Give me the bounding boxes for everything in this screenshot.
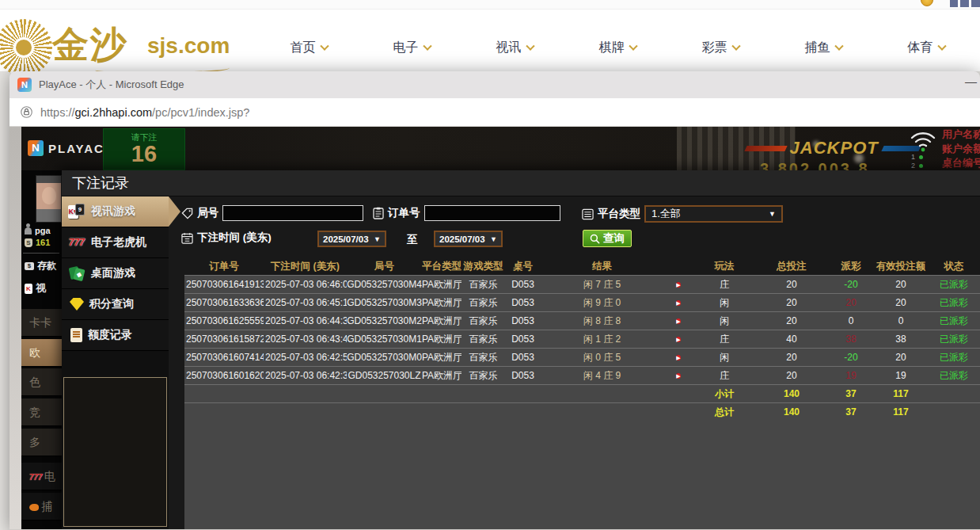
nav-item-cards[interactable]: 棋牌 <box>566 40 669 56</box>
site-header: 金沙 sjs.com 首页 电子 视讯 棋牌 彩票 捕鱼 体育 <box>0 0 980 71</box>
table-row: 2507030616336362025-07-03 06:45:18GD0532… <box>184 293 980 311</box>
play-icon[interactable]: ▶ <box>676 337 680 342</box>
topbar-link-fragment <box>950 0 980 7</box>
calendar-icon <box>181 232 193 244</box>
total-row: 总计14037117 <box>184 402 980 421</box>
window-title: PlayAce - 个人 - Microsoft Edge <box>39 78 184 92</box>
subtotal-row: 小计14037117 <box>184 384 980 402</box>
modal-header: 下注记录 <box>62 170 980 196</box>
date-from-value: 2025/07/03 <box>323 234 369 244</box>
site-logo[interactable]: 金沙 <box>52 21 128 70</box>
sidebar-item-jing[interactable]: 竞 <box>21 398 62 426</box>
table-row: 2507030616074142025-07-03 06:42:58GD0532… <box>184 348 980 366</box>
nav-item-slots[interactable]: 电子 <box>360 40 463 56</box>
list-icon <box>582 208 594 220</box>
sidebar-item-se[interactable]: 色 <box>21 368 62 396</box>
search-button[interactable]: 查询 <box>583 230 632 247</box>
menu-item-live-games[interactable]: K♥9 视讯游戏 <box>62 196 169 227</box>
menu-item-slots[interactable]: 777 电子老虎机 <box>62 227 169 258</box>
document-icon <box>70 328 82 342</box>
signal-levels: 1 2 <box>911 153 923 170</box>
menu-lower-panel <box>63 377 167 527</box>
bet-time-filter-label: 下注时间 (美东) <box>197 231 272 245</box>
url-text[interactable]: https://gci.2hhapi.com/pc/pcv1/index.jsp… <box>40 106 249 119</box>
wifi-icon <box>909 130 937 152</box>
sidebar-item-europe[interactable]: 欧 <box>21 339 62 367</box>
sidebar-item-kaka[interactable]: 卡卡 <box>21 309 62 337</box>
url-scheme: https:// <box>40 106 75 119</box>
user-name-label: 用户名称: <box>942 128 980 142</box>
modal-menu: K♥9 视讯游戏 777 电子老虎机 ◆ 桌面游戏 <box>62 196 169 529</box>
round-input[interactable] <box>222 205 363 221</box>
play-icon[interactable]: ▶ <box>676 300 680 306</box>
jackpot-bar-left <box>744 146 787 151</box>
chevron-down-icon <box>834 42 843 51</box>
table-row: 2507030616016202025-07-03 06:42:31GD0532… <box>184 366 980 384</box>
date-from-select[interactable]: 2025/07/03 ▼ <box>317 231 386 247</box>
nav-item-fishing[interactable]: 捕鱼 <box>772 40 875 56</box>
green-dot-icon <box>919 155 923 159</box>
platform-select[interactable]: 1.全部 ▼ <box>644 205 783 223</box>
deposit-button[interactable]: $ 存款 <box>25 259 56 273</box>
menu-item-table-games[interactable]: ◆ 桌面游戏 <box>62 258 169 289</box>
screen: 金沙 sjs.com 首页 电子 视讯 棋牌 彩票 捕鱼 体育 N PlayAc… <box>0 0 980 530</box>
filter-bar: 局号 订单号 平台类型 <box>169 196 980 257</box>
window-titlebar[interactable]: N PlayAce - 个人 - Microsoft Edge — <box>9 71 980 98</box>
moneybag-icon: S <box>25 238 32 247</box>
menu-item-points[interactable]: 积分查询 <box>62 289 169 320</box>
lock-icon[interactable] <box>21 106 32 118</box>
nav-item-lottery[interactable]: 彩票 <box>669 40 772 56</box>
url-host: gci.2hhapi.com <box>75 106 153 119</box>
table-header-row: 订单号下注时间 (美东)局号平台类型游戏类型桌号结果玩法总投注派彩有效投注额状态 <box>184 257 980 275</box>
slot-777-icon: 777 <box>68 237 85 248</box>
nav-item-sports[interactable]: 体育 <box>875 40 978 56</box>
main-nav: 首页 电子 视讯 棋牌 彩票 捕鱼 体育 <box>257 40 978 56</box>
edge-popup-window: N PlayAce - 个人 - Microsoft Edge — https:… <box>9 71 980 530</box>
avatar <box>36 175 62 223</box>
bet-countdown: 请下注 16 <box>103 128 185 170</box>
play-icon[interactable]: ▶ <box>676 355 680 360</box>
status-badge: 已派彩 <box>928 369 980 383</box>
play-icon[interactable]: ▶ <box>676 373 680 379</box>
user-balance-label: 账户余额: <box>942 142 980 156</box>
sidebar-item-duo[interactable]: 多 <box>21 429 62 456</box>
chevron-down-icon <box>526 42 534 51</box>
sidebar-item-fishing[interactable]: 捕 <box>21 493 62 520</box>
status-badge: 已派彩 <box>928 315 980 328</box>
menu-item-quota-records[interactable]: 额度记录 <box>62 320 169 351</box>
countdown-value: 16 <box>104 143 184 164</box>
card-icon: K <box>25 284 32 294</box>
tag-icon <box>181 208 193 219</box>
jackpot-title: JACKPOT <box>790 138 879 158</box>
search-icon <box>590 234 600 244</box>
date-to-value: 2025/07/03 <box>439 234 485 244</box>
sidebar-item-video[interactable]: K 视 <box>25 281 46 296</box>
nav-item-live[interactable]: 视讯 <box>463 40 566 56</box>
site-topbar <box>0 0 980 10</box>
browser-viewport: N PLAYACE 请下注 16 JACKPOT 3,802,003.8 <box>9 127 980 529</box>
coin-icon <box>921 0 933 6</box>
balance-value: 161 <box>36 238 50 247</box>
nav-item-home[interactable]: 首页 <box>257 40 360 56</box>
site-logo-domain[interactable]: sjs.com <box>147 33 230 59</box>
date-to-select[interactable]: 2025/07/03 ▼ <box>434 231 503 247</box>
slot-777-icon: 777 <box>29 473 43 482</box>
minimize-button[interactable]: — <box>965 74 977 88</box>
play-icon[interactable]: ▶ <box>676 318 680 324</box>
order-input[interactable] <box>424 205 560 221</box>
clipboard-icon <box>373 207 384 219</box>
chevron-down-icon <box>629 42 637 51</box>
chevron-down-icon <box>423 42 431 51</box>
cards-icon: K♥9 <box>68 204 85 219</box>
playace-logo-icon: N <box>28 140 44 156</box>
status-badge: 已派彩 <box>928 351 980 364</box>
sidebar-item-slots[interactable]: 777电 <box>21 463 62 490</box>
username-row: pga <box>25 226 51 235</box>
playace-favicon-icon: N <box>17 78 32 92</box>
play-icon[interactable]: ▶ <box>676 282 680 288</box>
casino-sidebar: pga S 161 $ 存款 K 视 卡卡 <box>21 170 62 529</box>
live-video-header: N PLAYACE 请下注 16 JACKPOT 3,802,003.8 <box>21 127 980 170</box>
bet-records-modal: 下注记录 K♥9 视讯游戏 777 电子老虎机 ◆ 桌面 <box>62 170 980 529</box>
status-badge: 已派彩 <box>928 278 980 292</box>
bet-records-table: 订单号下注时间 (美东)局号平台类型游戏类型桌号结果玩法总投注派彩有效投注额状态… <box>184 257 980 529</box>
